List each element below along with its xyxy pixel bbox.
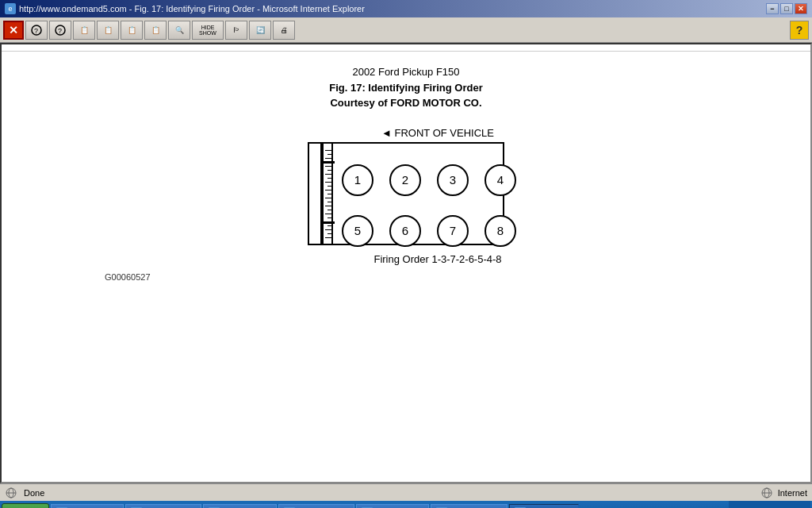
cylinder-1: 1 (342, 164, 373, 196)
toolbar-btn-4[interactable]: 📋 (97, 21, 119, 40)
print-button[interactable]: 🖨 (273, 21, 295, 40)
taskbar-item-1[interactable]: e What Is firin... (51, 504, 124, 508)
app-icon: e (5, 3, 16, 14)
toolbar: ✕ ? ? 📋 📋 📋 📋 🔍 HIDESHOW 🏳 🔄 🖨 ? (0, 17, 812, 43)
stop-button[interactable]: ✕ (3, 21, 24, 40)
taskbar-item-7[interactable]: e http://www.... (509, 504, 579, 508)
start-button[interactable]: ⊞ start (2, 503, 49, 508)
engine-diagram: 1 2 3 4 5 6 7 8 (308, 142, 504, 245)
taskbar-item-6[interactable]: e New Page 1 ... (431, 504, 508, 508)
close-button[interactable]: ✕ (795, 3, 807, 14)
engine-block: 1 2 3 4 5 6 7 8 (322, 142, 504, 245)
page-title-2: Fig. 17: Identifying Firing Order (2, 80, 810, 96)
zone-text: Internet (778, 488, 807, 498)
title-bar: e http://www.ondemand5.com - Fig. 17: Id… (0, 0, 812, 17)
taskbar: ⊞ start e What Is firin... e Just Answer… (0, 501, 812, 508)
minimize-button[interactable]: − (766, 3, 779, 14)
page-title-1: 2002 Ford Pickup F150 (2, 64, 810, 80)
maximize-button[interactable]: □ (780, 3, 793, 14)
status-text: Done (24, 488, 44, 498)
toolbar-btn-1[interactable]: ? (25, 21, 48, 40)
toolbar-btn-8[interactable]: 🏳 (225, 21, 247, 40)
cylinder-7: 7 (437, 215, 469, 247)
svg-text:?: ? (58, 27, 62, 35)
diagram-container: ◄ FRONT OF VEHICLE (2, 127, 810, 283)
taskbar-item-5[interactable]: e Direct-Hit – ... (356, 504, 429, 508)
globe-icon (5, 487, 17, 499)
internet-globe-icon (760, 487, 773, 499)
hide-show-button[interactable]: HIDESHOW (192, 21, 224, 40)
toolbar-btn-5[interactable]: 📋 (121, 21, 143, 40)
taskbar-item-4[interactable]: e Mitchel 1 On... (278, 504, 354, 508)
svg-text:?: ? (34, 27, 38, 35)
window-title: http://www.ondemand5.com - Fig. 17: Iden… (19, 4, 365, 13)
taskbar-item-2[interactable]: e Just Answer!... (125, 504, 201, 508)
cylinder-3: 3 (437, 164, 469, 196)
status-bar: Done Internet (0, 483, 812, 501)
page-header: 2002 Ford Pickup F150 Fig. 17: Identifyi… (2, 52, 810, 111)
taskbar-item-3[interactable]: e (997 unread... (203, 504, 277, 508)
browser-content: 2002 Ford Pickup F150 Fig. 17: Identifyi… (0, 43, 812, 483)
firing-order-label: Firing Order 1-3-7-2-6-5-4-8 (373, 253, 501, 265)
toolbar-btn-9[interactable]: 🔄 (249, 21, 271, 40)
help-button[interactable]: ? (790, 21, 809, 40)
cylinder-2: 2 (389, 164, 421, 196)
front-of-vehicle-label: ◄ FRONT OF VEHICLE (381, 127, 494, 139)
diagram-code: G00060527 (105, 272, 151, 282)
system-tray: 8:09 PM (729, 501, 810, 508)
toolbar-btn-2[interactable]: ? (49, 21, 71, 40)
toolbar-btn-6[interactable]: 📋 (144, 21, 167, 40)
toolbar-btn-3[interactable]: 📋 (73, 21, 95, 40)
cylinder-5: 5 (342, 215, 373, 247)
window-controls: − □ ✕ (766, 3, 807, 14)
page-title-3: Courtesy of FORD MOTOR CO. (2, 95, 810, 111)
cylinder-8: 8 (485, 215, 516, 247)
cylinder-4: 4 (485, 164, 516, 196)
toolbar-btn-7[interactable]: 🔍 (168, 21, 190, 40)
cylinder-6: 6 (389, 215, 421, 247)
